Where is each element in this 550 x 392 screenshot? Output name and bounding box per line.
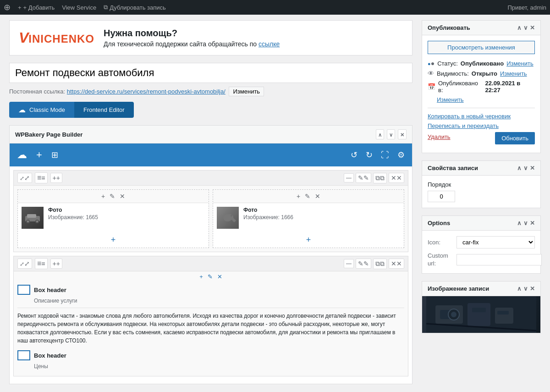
icon-row: Icon: car-fix wrench gear <box>428 236 535 248</box>
status-change-link[interactable]: Изменить <box>506 60 534 67</box>
row-add-icon[interactable]: + <box>50 173 62 183</box>
options-collapse-down[interactable]: ∨ <box>523 220 528 226</box>
help-link[interactable]: ссылке <box>258 40 280 48</box>
row-1-controls-right: — ✎ ⧉ ✕ <box>344 173 404 183</box>
image-header-controls: ∧ ∨ ✕ <box>517 285 535 292</box>
section-text: Ремонт ходовой части - знакомые слова дл… <box>17 308 404 345</box>
photo-info-1: Фото Изображение: 1665 <box>48 207 98 221</box>
box-header-icon-1 <box>17 285 30 295</box>
row-2-menu-icon[interactable]: ≡ <box>35 258 48 269</box>
toolbar-right: ↺ ↻ ⛶ ⚙ <box>349 148 407 162</box>
row-2-collapse-icon[interactable]: — <box>344 259 354 268</box>
wp-logo-icon: ⊕ <box>4 2 11 12</box>
properties-close[interactable]: ✕ <box>530 165 535 171</box>
row-2-add-icon[interactable]: + <box>50 259 62 269</box>
row-2-controls-right: — ✎ ⧉ ✕ <box>344 259 404 269</box>
adminbar-add[interactable]: + + Добавить <box>18 4 55 11</box>
column-2: + ✎ ✕ Фото <box>213 189 404 248</box>
properties-metabox-body: Порядок <box>422 176 540 208</box>
col-edit-btn[interactable]: ✎ <box>109 192 116 201</box>
publish-close[interactable]: ✕ <box>530 24 535 31</box>
row-collapse-icon[interactable]: — <box>344 173 354 182</box>
photo-block-1: Фото Изображение: 1665 <box>22 207 205 229</box>
collapse-up-icon[interactable] <box>376 129 384 139</box>
publish-status-row: ● Статус: Опубликовано Изменить <box>428 60 535 67</box>
help-banner: VINICHENKO Нужна помощь? Для технической… <box>9 20 412 55</box>
permalink-row: Постоянная ссылка: https://ded-service.r… <box>9 87 412 96</box>
image-collapse-up[interactable]: ∧ <box>517 285 522 292</box>
col-2-delete-btn[interactable]: ✕ <box>314 192 321 201</box>
status-value: Опубликовано <box>461 60 504 67</box>
page-title-input[interactable] <box>9 63 412 83</box>
section-edit-btn[interactable]: ✎ <box>208 273 213 280</box>
icon-select[interactable]: car-fix wrench gear <box>456 236 535 248</box>
preview-changes-btn[interactable]: Просмотреть изменения <box>428 41 535 54</box>
row-menu-icon[interactable]: ≡ <box>35 172 48 183</box>
frontend-editor-btn[interactable]: Frontend Editor <box>74 102 134 118</box>
permalink-url[interactable]: https://ded-service.ru/services/remont-p… <box>67 88 226 95</box>
toolbar-add-icon[interactable]: + <box>34 147 44 163</box>
row-2-copy-icon[interactable]: ⧉ <box>373 259 387 269</box>
copy-draft-link[interactable]: Копировать в новый черновик <box>428 113 535 120</box>
col-2-add-btn[interactable]: + <box>296 192 301 201</box>
close-builder-icon[interactable] <box>398 129 407 139</box>
col-add-btn[interactable]: + <box>100 192 106 201</box>
wpbakery-header-actions <box>376 129 407 139</box>
adminbar-duplicate[interactable]: ⧉ Дублировать запись <box>104 4 166 11</box>
svg-rect-14 <box>497 311 509 315</box>
properties-metabox-header: Свойства записи ∧ ∨ ✕ <box>422 161 540 176</box>
photo-thumb-2 <box>217 207 239 229</box>
svg-point-12 <box>451 312 456 317</box>
adminbar-view-service[interactable]: View Service <box>62 4 96 11</box>
toolbar-cloud-icon[interactable]: ☁ <box>15 147 29 163</box>
wpbakery-toolbar: ☁ + ⊞ ↺ ↻ ⛶ ⚙ <box>10 144 412 166</box>
section-inner: Box header Описание услуги Ремонт ходово… <box>14 282 408 376</box>
svg-rect-8 <box>468 303 490 326</box>
section-add-btn[interactable]: + <box>199 273 203 280</box>
row-2-move-icon[interactable]: ⤢ <box>17 259 32 269</box>
col-2-controls: + ✎ ✕ <box>213 190 404 203</box>
box-header-2: Box header <box>17 350 404 360</box>
options-close[interactable]: ✕ <box>530 220 535 226</box>
col-2-edit-btn[interactable]: ✎ <box>304 192 311 201</box>
svg-point-4 <box>27 221 29 222</box>
update-btn[interactable]: Обновить <box>495 132 535 144</box>
row-close-icon[interactable]: ✕ <box>389 173 404 183</box>
toolbar-layout-icon[interactable]: ⊞ <box>50 148 60 162</box>
toolbar-redo-icon[interactable]: ↻ <box>364 148 374 162</box>
properties-collapse-up[interactable]: ∧ <box>517 165 522 171</box>
order-input[interactable] <box>428 191 455 202</box>
col-2-add-row[interactable]: + <box>213 232 404 248</box>
image-preview[interactable] <box>422 296 540 333</box>
publish-collapse-down[interactable]: ∨ <box>523 24 528 31</box>
visibility-icon: 👁 <box>428 70 434 77</box>
options-collapse-up[interactable]: ∧ <box>517 220 522 226</box>
toolbar-expand-icon[interactable]: ⛶ <box>379 149 391 162</box>
toolbar-gear-icon[interactable]: ⚙ <box>396 148 407 162</box>
permalink-change-btn[interactable]: Изменить <box>229 87 264 96</box>
row-copy-icon[interactable]: ⧉ <box>373 173 387 183</box>
image-close[interactable]: ✕ <box>530 285 535 292</box>
publish-collapse-up[interactable]: ∧ <box>517 24 522 31</box>
section-delete-btn[interactable]: ✕ <box>217 273 222 280</box>
visibility-change-link[interactable]: Изменить <box>500 70 527 77</box>
image-title: Изображение записи <box>428 285 489 292</box>
image-collapse-down[interactable]: ∨ <box>523 285 528 292</box>
custom-url-label: Custom url: <box>428 252 453 268</box>
cloud-icon: ☁ <box>18 105 26 114</box>
custom-url-input[interactable] <box>456 254 542 265</box>
row-edit-icon[interactable]: ✎ <box>356 173 371 183</box>
properties-collapse-down[interactable]: ∨ <box>523 165 528 171</box>
rewrite-link[interactable]: Переписать и переиздать <box>428 122 535 129</box>
row-2-edit-icon[interactable]: ✎ <box>356 259 371 269</box>
classic-mode-btn[interactable]: ☁ Classic Mode <box>9 102 74 118</box>
published-change-link[interactable]: Изменить <box>437 96 464 103</box>
row-move-icon[interactable]: ⤢ <box>17 173 32 183</box>
row-2-close-icon[interactable]: ✕ <box>389 259 404 269</box>
collapse-down-icon[interactable] <box>387 129 395 139</box>
col-1-add-row[interactable]: + <box>18 232 209 248</box>
col-delete-btn[interactable]: ✕ <box>119 192 126 201</box>
publish-header-controls: ∧ ∨ ✕ <box>517 24 535 31</box>
toolbar-undo-icon[interactable]: ↺ <box>349 148 359 162</box>
delete-link[interactable]: Удалить <box>428 133 451 140</box>
